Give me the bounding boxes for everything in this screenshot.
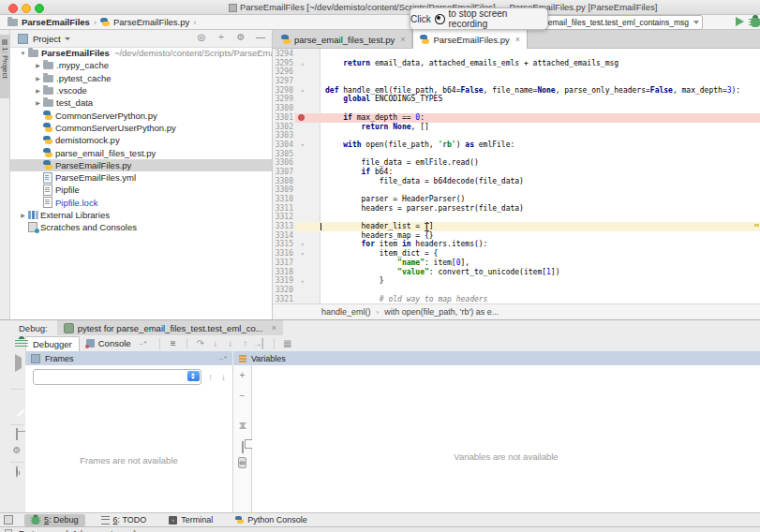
breadcrumb-project[interactable]: ParseEmailFiles xyxy=(22,17,90,27)
line-number[interactable]: 3308 xyxy=(273,177,293,186)
step-into-my-code-icon[interactable]: ↓ xyxy=(223,338,238,348)
line-number[interactable]: 3302 xyxy=(273,123,293,132)
resume-icon[interactable] xyxy=(11,358,22,369)
code-line-3311[interactable]: headers = parser.parsestr(file_data) xyxy=(295,204,760,214)
record-icon[interactable] xyxy=(435,14,445,24)
code-line-3317[interactable]: "name": item[0], xyxy=(295,259,760,268)
line-number[interactable]: 3320 xyxy=(273,286,293,295)
show-return-values-icon[interactable]: ∞ xyxy=(233,457,251,467)
line-number[interactable]: 3307 xyxy=(273,168,293,177)
tree-item-external-libraries[interactable]: ▶External Libraries xyxy=(10,209,272,221)
chevron-right-icon[interactable]: ▶ xyxy=(18,212,28,218)
code-line-3310[interactable]: parser = HeaderParser() xyxy=(295,195,760,204)
tab-console[interactable]: Console →* xyxy=(80,336,154,351)
collapse-all-icon[interactable]: ÷ xyxy=(216,32,227,42)
line-number[interactable]: 3298 xyxy=(273,86,293,96)
line-number[interactable]: 3294 xyxy=(273,50,293,59)
line-number[interactable]: 3313 xyxy=(273,222,293,231)
close-icon[interactable]: × xyxy=(400,35,405,44)
code-line-3321[interactable]: # old way to map headers xyxy=(295,295,760,303)
line-number[interactable]: 3312 xyxy=(273,213,293,222)
line-number[interactable]: 3319 xyxy=(273,276,293,286)
code-line-3299[interactable]: global ENCODINGS_TYPES xyxy=(295,95,760,104)
breadcrumb-statement[interactable]: with open(file_path, 'rb') as e... xyxy=(384,307,499,317)
gear-icon[interactable]: ⚙ xyxy=(235,32,246,42)
breadcrumb-file[interactable]: ParseEmailFiles.py xyxy=(113,17,189,27)
tree-item-pipfile[interactable]: Pipfile xyxy=(10,184,272,196)
tree-item-parseemailfiles-yml[interactable]: ParseEmailFiles.yml xyxy=(10,171,272,184)
chevron-right-icon[interactable]: ▶ xyxy=(33,75,43,81)
remove-watch-icon[interactable]: − xyxy=(233,391,251,401)
stop-icon[interactable] xyxy=(11,373,22,384)
tree-item-parse-email-files-test-py[interactable]: parse_email_files_test.py xyxy=(10,146,272,158)
tree-item-vscode[interactable]: ▶.vscode xyxy=(10,84,272,96)
line-number[interactable]: 3301 xyxy=(273,113,293,123)
chevron-right-icon[interactable]: ▶ xyxy=(33,87,43,94)
tool-button-6-todo[interactable]: 6: TODO xyxy=(95,514,154,525)
rerun-debug-icon[interactable] xyxy=(11,338,22,349)
code-line-3294[interactable] xyxy=(295,50,760,59)
code-line-3312[interactable] xyxy=(295,213,760,222)
line-number[interactable]: 3297 xyxy=(273,77,293,86)
run-configuration-select[interactable]: pytest for parse_email_files_test.test_e… xyxy=(523,15,703,30)
editor-tab-parseemailfiles-py[interactable]: ParseEmailFiles.py× xyxy=(412,30,528,49)
code-line-3304[interactable]: ▾ with open(file_path, 'rb') as emlFile: xyxy=(295,140,760,150)
line-number[interactable]: 3316 xyxy=(273,249,293,259)
combobox-stepper-icon[interactable] xyxy=(187,371,200,381)
line-number[interactable]: 3305 xyxy=(273,150,293,159)
code-line-3314[interactable]: headers_map = {} xyxy=(295,231,760,241)
step-out-icon[interactable]: ↑ xyxy=(238,338,253,348)
chevron-down-icon[interactable] xyxy=(65,37,70,40)
line-number[interactable]: 3318 xyxy=(273,268,293,277)
code-line-3318[interactable]: "value": convert_to_unicode(item[1]) xyxy=(295,268,760,277)
mute-breakpoints-icon[interactable] xyxy=(11,408,22,420)
line-number[interactable]: 3299 xyxy=(273,95,293,104)
fold-collapse-icon[interactable]: ▾ xyxy=(301,249,305,259)
code-line-3307[interactable]: if b64: xyxy=(295,168,760,177)
step-over-icon[interactable]: ↷ xyxy=(193,338,208,348)
minimize-window-button[interactable] xyxy=(22,4,31,13)
tree-item-mypy-cache[interactable]: ▶.mypy_cache xyxy=(10,59,272,71)
breakpoint-icon[interactable] xyxy=(298,114,305,121)
debug-session-tab[interactable]: pytest for parse_email_files_test.test_e… xyxy=(57,320,283,335)
line-number[interactable]: 3315 xyxy=(273,240,293,249)
zoom-window-button[interactable] xyxy=(35,4,44,13)
tool-button-terminal[interactable]: ›Terminal xyxy=(162,514,219,525)
code-line-3306[interactable]: file_data = emlFile.read() xyxy=(295,158,760,168)
code-line-3300[interactable] xyxy=(295,104,760,113)
project-panel-title[interactable]: Project xyxy=(33,34,61,44)
code-line-3297[interactable] xyxy=(295,77,760,86)
evaluate-expression-icon[interactable]: ▦ xyxy=(280,338,295,348)
close-icon[interactable]: × xyxy=(515,35,520,44)
code-line-3320[interactable] xyxy=(295,286,760,295)
line-number[interactable]: 3310 xyxy=(273,195,293,204)
tree-item-pytest-cache[interactable]: ▶.pytest_cache xyxy=(10,72,272,84)
close-window-button[interactable] xyxy=(8,4,18,13)
settings-gear-icon[interactable]: ⚙ xyxy=(11,445,22,456)
code-line-3309[interactable] xyxy=(295,185,760,195)
previous-frame-icon[interactable]: ↑ xyxy=(208,372,213,382)
code-line-3316[interactable]: ▾ item_dict = { xyxy=(295,249,760,259)
code-line-3319[interactable]: ▴ } xyxy=(295,276,760,286)
line-number[interactable]: 3295 xyxy=(273,59,293,68)
tree-item-scratches-and-consoles[interactable]: Scratches and Consoles xyxy=(10,221,272,233)
tree-item-parseemailfiles-py[interactable]: ParseEmailFiles.py xyxy=(10,159,272,171)
chevron-right-icon[interactable]: ▶ xyxy=(33,62,43,68)
close-icon[interactable]: × xyxy=(272,323,276,332)
next-frame-icon[interactable]: ↓ xyxy=(221,372,226,382)
fold-end-icon[interactable]: ▴ xyxy=(301,59,305,68)
code-line-3313[interactable]: header_list = [] xyxy=(295,222,760,231)
editor-tab-parse-email-files-test-py[interactable]: parse_email_files_test.py× xyxy=(275,30,412,49)
line-number[interactable]: 3311 xyxy=(273,204,293,214)
tab-debugger[interactable]: Debugger xyxy=(25,336,80,351)
line-number[interactable]: 3303 xyxy=(273,131,293,140)
line-number[interactable]: 3314 xyxy=(273,231,293,241)
line-number[interactable]: 3300 xyxy=(273,104,293,113)
step-into-icon[interactable]: ↓ xyxy=(208,338,223,348)
fold-collapse-icon[interactable]: ▾ xyxy=(301,240,305,249)
code-line-3308[interactable]: file_data = b64decode(file_data) xyxy=(295,177,760,186)
run-to-cursor-icon[interactable]: →▏ xyxy=(253,338,268,348)
code-line-3305[interactable] xyxy=(295,150,760,159)
breadcrumb-function[interactable]: handle_eml() xyxy=(321,307,371,317)
line-number[interactable]: 3304 xyxy=(273,140,293,150)
